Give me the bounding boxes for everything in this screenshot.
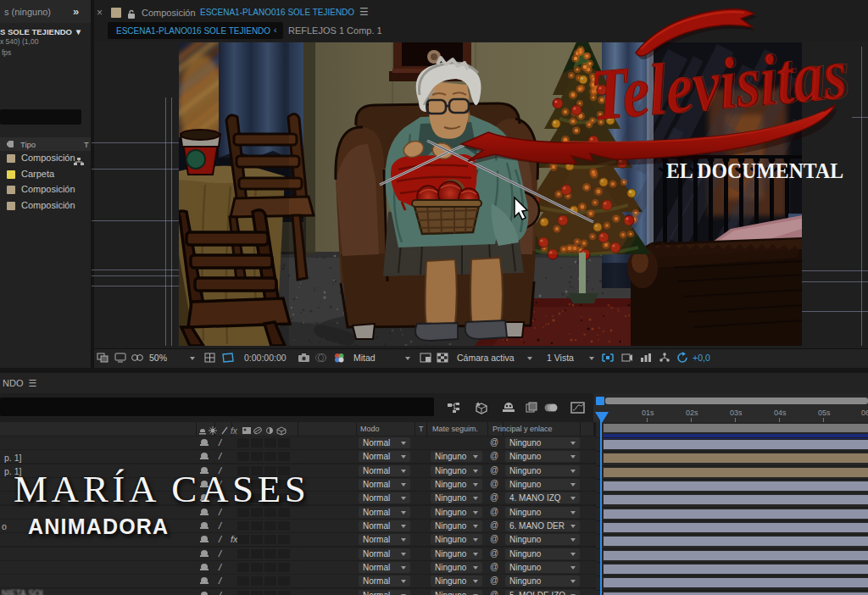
svg-text:EL DOCUMENTAL: EL DOCUMENTAL (666, 159, 843, 182)
svg-text:fx: fx (231, 426, 238, 436)
